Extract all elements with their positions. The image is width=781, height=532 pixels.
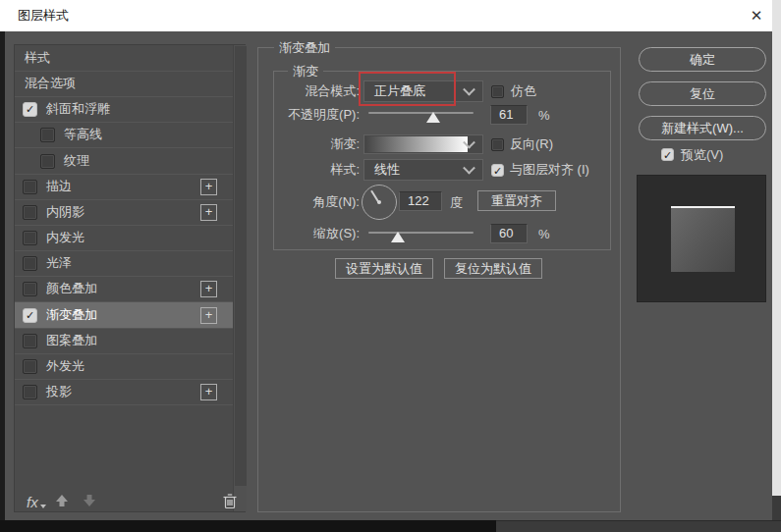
up-arrow-icon: [54, 493, 70, 508]
dither-label: 仿色: [511, 82, 536, 100]
styles-sidebar: 样式混合选项✓斜面和浮雕等高线纹理描边+内阴影+内发光光泽颜色叠加+✓渐变叠加+…: [14, 44, 246, 512]
reverse-checkbox[interactable]: [491, 138, 504, 151]
effect-checkbox[interactable]: [23, 256, 37, 271]
sidebar-item-12[interactable]: 外发光: [15, 353, 233, 380]
effect-checkbox[interactable]: [40, 128, 55, 142]
scale-slider-track[interactable]: [368, 232, 474, 234]
effect-checkbox[interactable]: [23, 205, 37, 220]
angle-unit: 度: [450, 194, 463, 212]
sidebar-item-label: 颜色叠加: [46, 280, 97, 297]
ok-label: 确定: [690, 51, 715, 69]
blend-mode-value: 正片叠底: [374, 82, 425, 100]
reset-alignment-button[interactable]: 重置对齐: [477, 190, 556, 211]
blend-mode-dropdown[interactable]: 正片叠底: [363, 80, 483, 102]
chevron-down-icon: [463, 162, 475, 175]
effect-checkbox[interactable]: [23, 231, 37, 245]
delete-effect-button[interactable]: [222, 493, 238, 509]
gradient-picker[interactable]: [363, 134, 483, 154]
sidebar-item-10[interactable]: ✓渐变叠加+: [15, 302, 233, 329]
effect-checkbox[interactable]: [23, 359, 37, 374]
dither-checkbox[interactable]: [491, 85, 504, 98]
style-label: 样式:: [246, 160, 360, 180]
angle-input[interactable]: 122: [399, 191, 442, 211]
reverse-label: 反向(R): [510, 135, 553, 153]
sidebar-item-label: 图案叠加: [46, 332, 97, 349]
reset-button[interactable]: 复位: [639, 81, 766, 106]
sidebar-footer: fx: [27, 494, 46, 510]
close-button[interactable]: ✕: [741, 0, 772, 31]
sidebar-item-0[interactable]: 样式: [15, 45, 233, 72]
blend-mode-label: 混合模式:: [246, 81, 360, 101]
background-panel-bottom: [496, 520, 781, 532]
move-effect-up-button[interactable]: [54, 493, 70, 508]
add-instance-icon[interactable]: +: [200, 384, 217, 400]
sidebar-item-label: 样式: [25, 49, 50, 67]
sidebar-item-label: 斜面和浮雕: [46, 100, 110, 118]
sidebar-item-4[interactable]: 纹理: [15, 148, 233, 175]
reset-default-button[interactable]: 复位为默认值: [444, 258, 542, 279]
scale-label: 缩放(S):: [246, 224, 360, 243]
sidebar-scrollbar-track[interactable]: [233, 45, 247, 511]
preview-checkbox[interactable]: ✓: [661, 148, 674, 161]
scale-value: 60: [499, 226, 513, 240]
scale-slider-thumb[interactable]: [391, 232, 405, 242]
style-preview-thumbnail: [637, 175, 766, 302]
sidebar-item-label: 投影: [46, 383, 72, 400]
opacity-slider-track[interactable]: [368, 112, 474, 114]
fx-menu-chevron-icon: [40, 505, 46, 508]
effect-checkbox[interactable]: ✓: [23, 102, 37, 117]
opacity-label: 不透明度(P):: [246, 105, 360, 125]
sidebar-item-6[interactable]: 内阴影+: [15, 199, 233, 226]
background-sliver-left: [0, 31, 5, 520]
angle-dial-center-dot: [377, 200, 381, 204]
sidebar-item-label: 内阴影: [46, 203, 84, 221]
sidebar-item-7[interactable]: 内发光: [15, 225, 233, 251]
ok-button[interactable]: 确定: [639, 47, 766, 72]
angle-dial[interactable]: [362, 185, 397, 220]
gradient-label: 渐变:: [246, 134, 360, 154]
sidebar-item-13[interactable]: 投影+: [15, 379, 233, 405]
down-arrow-icon: [82, 493, 97, 508]
effect-checkbox[interactable]: ✓: [23, 308, 37, 323]
opacity-slider-thumb[interactable]: [426, 112, 440, 123]
layer-style-dialog: 图层样式 ✕ 样式混合选项✓斜面和浮雕等高线纹理描边+内阴影+内发光光泽颜色叠加…: [0, 0, 781, 532]
angle-label: 角度(N):: [246, 192, 360, 212]
effect-checkbox[interactable]: [23, 385, 37, 399]
reset-alignment-label: 重置对齐: [491, 192, 542, 210]
add-instance-icon[interactable]: +: [200, 281, 217, 297]
dialog-title: 图层样式: [18, 7, 69, 25]
align-with-layer-label: 与图层对齐 (I): [510, 161, 589, 179]
sidebar-item-11[interactable]: 图案叠加: [15, 328, 233, 354]
effect-checkbox[interactable]: [23, 282, 37, 296]
effect-checkbox[interactable]: [40, 154, 55, 169]
sidebar-item-3[interactable]: 等高线: [15, 122, 233, 148]
effect-checkbox[interactable]: [23, 334, 37, 348]
align-with-layer-checkbox[interactable]: ✓: [491, 164, 504, 177]
background-canvas-bottom: [0, 520, 496, 532]
subgroup-title: 渐变: [288, 63, 323, 80]
fx-menu-button[interactable]: fx: [27, 494, 38, 510]
sidebar-item-5[interactable]: 描边+: [15, 174, 233, 200]
preview-gradient-square: [671, 206, 735, 272]
scale-input[interactable]: 60: [490, 224, 528, 243]
sidebar-item-label: 等高线: [64, 126, 102, 143]
gradient-preview-swatch: [365, 136, 468, 152]
set-default-button[interactable]: 设置为默认值: [335, 258, 433, 279]
sidebar-item-8[interactable]: 光泽: [15, 250, 233, 277]
new-style-button[interactable]: 新建样式(W)...: [639, 116, 766, 140]
title-bar: 图层样式: [0, 0, 772, 31]
sidebar-item-label: 纹理: [64, 152, 89, 170]
add-instance-icon[interactable]: +: [200, 307, 217, 324]
sidebar-item-label: 描边: [46, 178, 72, 195]
add-instance-icon[interactable]: +: [200, 179, 217, 195]
style-dropdown[interactable]: 线性: [363, 159, 483, 181]
sidebar-item-2[interactable]: ✓斜面和浮雕: [15, 96, 233, 123]
sidebar-item-1[interactable]: 混合选项: [15, 71, 233, 97]
add-instance-icon[interactable]: +: [200, 204, 217, 221]
background-strip-right: [772, 0, 781, 496]
sidebar-item-9[interactable]: 颜色叠加+: [15, 276, 233, 302]
opacity-input[interactable]: 61: [490, 105, 528, 125]
move-effect-down-button[interactable]: [82, 493, 97, 508]
scale-unit: %: [538, 227, 550, 241]
effect-checkbox[interactable]: [23, 180, 37, 194]
